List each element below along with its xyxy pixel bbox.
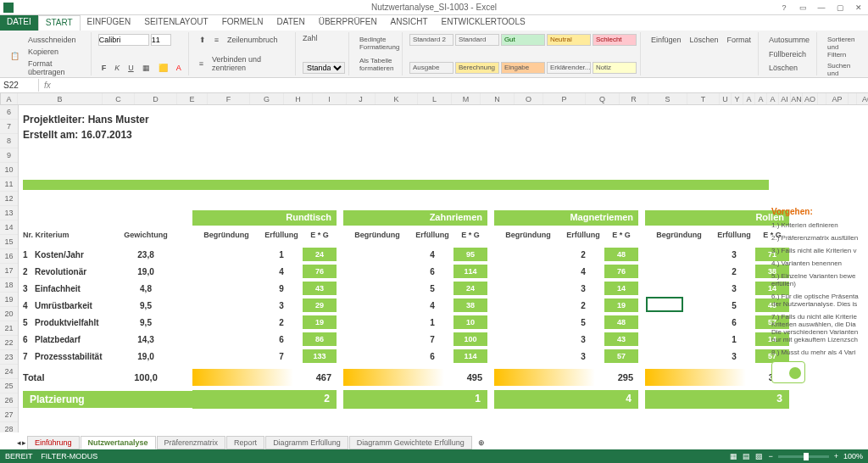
row-header[interactable]: 26	[0, 393, 18, 408]
sort-filter-button[interactable]: Sortieren und Filtern	[824, 34, 861, 60]
close-icon[interactable]: ✕	[849, 1, 868, 14]
row-header[interactable]: 18	[0, 278, 18, 293]
minimize-icon[interactable]: —	[812, 1, 831, 14]
zoom-in-button[interactable]: +	[834, 452, 838, 460]
tab-data[interactable]: DATEN	[270, 15, 312, 31]
col-header[interactable]: D	[135, 93, 177, 104]
row-header[interactable]: 12	[0, 192, 18, 206]
row-header[interactable]: 28	[0, 422, 18, 432]
style-schlecht[interactable]: Schlecht	[593, 34, 637, 46]
col-header[interactable]: C	[103, 93, 135, 104]
clear-button[interactable]: Löschen	[765, 62, 813, 74]
col-header[interactable]: P	[543, 93, 586, 104]
row-header[interactable]: 16	[0, 249, 18, 264]
tab-formulas[interactable]: FORMELN	[215, 15, 270, 31]
align-top-button[interactable]: ⬆	[196, 34, 209, 46]
align-middle-button[interactable]: ≡	[211, 34, 222, 46]
row-header[interactable]: 13	[0, 206, 18, 220]
col-header[interactable]: M	[452, 93, 481, 104]
cut-button[interactable]: Ausschneiden	[25, 34, 87, 46]
col-header[interactable]: A	[1, 93, 18, 104]
bold-button[interactable]: F	[98, 62, 110, 74]
style-erklaerender[interactable]: Erklärender...	[547, 62, 591, 74]
row-header[interactable]: 23	[0, 350, 18, 365]
tab-review[interactable]: ÜBERPRÜFEN	[312, 15, 384, 31]
col-header[interactable]: A	[767, 93, 779, 104]
sheet-tab-praeferenzmatrix[interactable]: Präferenzmatrix	[157, 436, 226, 449]
cond-format-button[interactable]: Bedingte Formatierung	[356, 34, 398, 53]
style-neutral[interactable]: Neutral	[547, 34, 591, 46]
autosum-button[interactable]: Autosumme	[765, 34, 813, 46]
row-header[interactable]: 10	[0, 163, 18, 177]
row-header[interactable]: 19	[0, 293, 18, 307]
italic-button[interactable]: K	[111, 62, 123, 74]
col-header[interactable]: AI	[779, 93, 791, 104]
tab-nav-next[interactable]: ▸	[22, 438, 26, 447]
col-header[interactable]: J	[347, 93, 376, 104]
font-name-input[interactable]	[98, 34, 149, 46]
zoom-level[interactable]: 100%	[843, 452, 863, 460]
view-normal-icon[interactable]: ▦	[730, 452, 737, 460]
col-header[interactable]: U	[720, 93, 732, 104]
row-header[interactable]: 21	[0, 321, 18, 336]
fill-button[interactable]: Füllbereich	[765, 48, 813, 60]
sheet-tab-report[interactable]: Report	[226, 436, 264, 449]
delete-cells-button[interactable]: Löschen	[686, 34, 721, 46]
name-box[interactable]: S22	[0, 79, 39, 92]
number-format-select[interactable]: Standard	[303, 62, 345, 74]
merge-button[interactable]: Verbinden und zentrieren	[209, 53, 292, 74]
row-header[interactable]: 27	[0, 408, 18, 422]
row-header[interactable]: 11	[0, 177, 18, 192]
col-header[interactable]	[849, 93, 857, 104]
tab-file[interactable]: DATEI	[0, 15, 38, 31]
sheet-tab-diagramm-gew[interactable]: Diagramm Gewichtete Erfüllung	[349, 436, 472, 449]
col-header[interactable]	[818, 93, 826, 104]
col-header[interactable]: I	[313, 93, 347, 104]
col-header[interactable]: E	[177, 93, 208, 104]
col-header[interactable]: G	[250, 93, 284, 104]
help-icon[interactable]: ?	[775, 1, 793, 14]
sheet-tab-einfuehrung[interactable]: Einführung	[27, 436, 80, 449]
col-header[interactable]: N	[481, 93, 515, 104]
col-header[interactable]: Y	[732, 93, 743, 104]
view-pagebreak-icon[interactable]: ▧	[755, 452, 763, 460]
col-header[interactable]: A	[743, 93, 755, 104]
row-header[interactable]: 14	[0, 220, 18, 235]
tab-layout[interactable]: SEITENLAYOUT	[137, 15, 214, 31]
border-button[interactable]: ▦	[139, 62, 153, 74]
new-sheet-button[interactable]: ⊕	[473, 437, 490, 449]
tab-start[interactable]: START	[38, 15, 81, 31]
wrap-text-button[interactable]: Zeilenumbruch	[224, 34, 281, 46]
fx-icon[interactable]: fx	[39, 81, 56, 90]
col-header[interactable]: AQ	[857, 93, 868, 104]
font-size-input[interactable]	[151, 34, 171, 46]
col-header[interactable]: AO	[803, 93, 818, 104]
col-header[interactable]: S	[648, 93, 687, 104]
row-header[interactable]: 7	[0, 120, 18, 134]
row-header[interactable]: 9	[0, 148, 18, 163]
row-header[interactable]: 22	[0, 336, 18, 350]
style-berechnung[interactable]: Berechnung	[455, 62, 499, 74]
col-header[interactable]: K	[376, 93, 418, 104]
col-header[interactable]: T	[687, 93, 720, 104]
col-header[interactable]: Q	[586, 93, 620, 104]
col-header[interactable]: B	[18, 93, 103, 104]
row-header[interactable]: 8	[0, 134, 18, 148]
row-header[interactable]: 17	[0, 264, 18, 278]
col-header[interactable]: F	[208, 93, 250, 104]
ribbon-display-icon[interactable]: ▭	[793, 1, 812, 14]
sheet-tab-nutzwertanalyse[interactable]: Nutzwertanalyse	[81, 436, 156, 449]
maximize-icon[interactable]: ▢	[831, 1, 849, 14]
col-header[interactable]: O	[515, 93, 543, 104]
sheet-tab-diagramm-erf[interactable]: Diagramm Erfüllung	[265, 436, 348, 449]
style-gut[interactable]: Gut	[501, 34, 545, 46]
style-eingabe[interactable]: Eingabe	[501, 62, 545, 74]
paste-button[interactable]: 📋	[7, 50, 23, 62]
zoom-slider[interactable]	[778, 455, 829, 458]
tab-view[interactable]: ANSICHT	[384, 15, 435, 31]
col-header[interactable]: R	[620, 93, 648, 104]
zoom-out-button[interactable]: −	[768, 452, 772, 460]
format-table-button[interactable]: Als Tabelle formatieren	[356, 55, 398, 74]
tab-nav-prev[interactable]: ◂	[17, 438, 21, 447]
insert-cells-button[interactable]: Einfügen	[648, 34, 685, 46]
